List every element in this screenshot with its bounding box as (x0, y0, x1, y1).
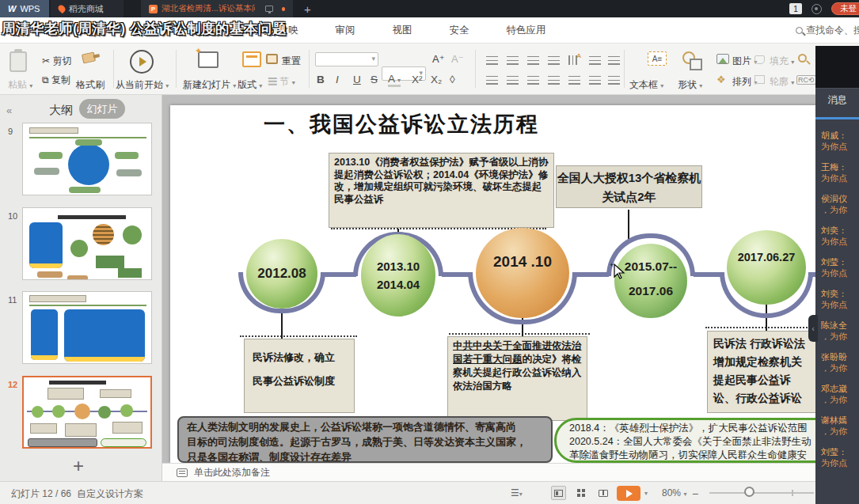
gray-note-box[interactable]: 在人类法制文明的发展史上，公益诉讼堪称一项饱含道德情怀、寄寓高尚 目标的司法制度… (177, 416, 553, 463)
find-command-search[interactable]: 查找命令、搜 (796, 17, 859, 44)
slide-10-thumbnail[interactable] (22, 207, 152, 280)
toolbar-divider (309, 50, 310, 88)
align-left-icon[interactable] (486, 76, 498, 85)
chat-header[interactable]: 消息 (815, 93, 859, 107)
slide-12-thumbnail-current[interactable] (22, 376, 152, 449)
fill-button[interactable]: 填充 ▾ (770, 55, 794, 68)
italic-button[interactable]: I (336, 74, 339, 85)
tab-outline[interactable]: 大纲 (49, 103, 73, 118)
clear-format-button[interactable]: ◊ (450, 74, 455, 85)
video-window[interactable] (815, 46, 859, 89)
view-sorter-button[interactable] (573, 486, 588, 500)
align-center-icon[interactable] (507, 76, 519, 85)
paragraph-icon[interactable] (608, 76, 620, 85)
numbering-icon[interactable] (507, 56, 519, 65)
justify-icon[interactable] (548, 76, 560, 85)
tab-slides[interactable]: 幻灯片 (79, 99, 125, 119)
slide-canvas[interactable]: 一、我国公益诉讼立法历程 2013.10《消费者权益保护法》赋予省级以上消协提起… (170, 105, 823, 463)
find-icon[interactable] (798, 54, 807, 63)
decrease-indent-icon[interactable] (527, 56, 539, 65)
picture-button[interactable]: 图片 ▾ (732, 55, 757, 68)
align-text-icon[interactable] (589, 56, 601, 65)
callout-litigation-laws[interactable]: 民诉法 行政诉讼法增加规定检察机关提起民事公益诉讼、行政公益诉讼 (707, 331, 818, 413)
font-color-button[interactable]: A ▾ (388, 74, 401, 87)
picture-icon (716, 54, 729, 64)
arrange-button[interactable]: 排列 ▾ (732, 75, 757, 89)
increase-indent-icon[interactable] (548, 56, 560, 65)
bold-button[interactable]: B (317, 74, 325, 85)
slide-title[interactable]: 一、我国公益诉讼立法历程 (264, 110, 539, 138)
collapse-panel-button[interactable]: « (6, 104, 12, 116)
callout-civil-procedure[interactable]: 民诉法修改，确立 民事公益诉讼制度 (244, 339, 355, 413)
cut-button[interactable]: ✂ 剪切 (42, 55, 71, 68)
zoom-slider-thumb[interactable] (744, 487, 754, 497)
callout-ccp-decision[interactable]: 中共中央关于全面推进依法治国若干重大问题的决定》将检察机关提起行政公益诉讼纳入依… (447, 336, 587, 421)
shapes-button[interactable]: 形状 ▾ (678, 78, 702, 92)
paste-button[interactable]: 粘贴 ▾ (8, 78, 32, 92)
outline-button[interactable]: 轮廓 ▾ (770, 75, 794, 89)
section-button[interactable]: ☰ 节 ▾ (268, 75, 295, 89)
play-from-current-icon[interactable] (130, 50, 154, 74)
text-direction-icon[interactable] (568, 55, 580, 65)
tab-docer-store[interactable]: 稻壳商城 (51, 0, 124, 17)
strikethrough-button[interactable]: S (371, 74, 378, 85)
callout-2013-2014[interactable]: 2013.10《消费者权益保护法》赋予省级以上消协提起消费公益诉讼权；2014.… (329, 153, 554, 228)
notes-toggle[interactable]: ☰▾ (511, 487, 523, 498)
zoom-out-button[interactable]: − (692, 487, 698, 500)
chat-collapse-handle[interactable]: ‹ (808, 315, 818, 342)
translate-icon[interactable]: RC⟲ (796, 75, 816, 85)
menu-security[interactable]: 安全 (450, 24, 469, 37)
play-options-caret[interactable]: ▾ (644, 490, 648, 497)
subscript-button[interactable]: X₂ (431, 74, 442, 85)
timeline-node-2015-2017[interactable]: 2015.07-- 2017.06 (614, 244, 687, 318)
new-tab-button[interactable]: + (304, 0, 311, 17)
play-from-current-button[interactable]: 从当前开始 ▾ (116, 78, 169, 92)
bullets-icon[interactable] (486, 56, 498, 65)
superscript-button[interactable]: X² (412, 74, 423, 85)
align-right-icon[interactable] (527, 76, 539, 85)
font-name-select[interactable] (315, 52, 378, 66)
dotted-connector (705, 327, 823, 328)
line-spacing-icon[interactable] (589, 76, 601, 85)
thumb-gray-bar (28, 438, 97, 447)
chat-message-list[interactable]: 胡威：为你点 王梅：为你点 侯润仪，为你 刘奕：为你点 刘莹：为你点 刘奕：为你… (821, 130, 859, 478)
window-count-badge[interactable]: 1 (789, 3, 802, 14)
callout-npc-authorization[interactable]: 全国人大授权13个省检察机关试点2年 (556, 165, 702, 208)
view-reading-button[interactable] (595, 486, 610, 500)
theme-name[interactable]: 自定义设计方案 (77, 487, 143, 501)
tab-document[interactable]: P 湖北省检周清...诉讼基本问题 (141, 0, 293, 17)
shrink-font-button[interactable]: A⁻ (451, 53, 464, 65)
menu-review[interactable]: 审阅 (336, 24, 355, 37)
menu-view[interactable]: 视图 (393, 24, 412, 37)
new-slide-button[interactable]: 新建幻灯片 ▾ (183, 78, 236, 92)
timeline-node-2012[interactable]: 2012.08 (246, 239, 317, 309)
format-painter-button[interactable]: 格式刷 (76, 78, 105, 92)
columns-icon[interactable] (608, 56, 620, 65)
menu-special-features[interactable]: 特色应用 (507, 24, 546, 37)
paste-icon[interactable] (10, 51, 27, 72)
copy-button[interactable]: ⧉ 复制 (42, 74, 70, 87)
zoom-level[interactable]: 80% ▾ (662, 487, 686, 498)
node-date: 2015.07-- (625, 260, 677, 274)
slide-9-thumbnail[interactable] (22, 123, 152, 195)
tab-wps-home[interactable]: W WPS (0, 0, 49, 17)
reset-button[interactable]: 重置 (282, 55, 301, 68)
timeline-node-2014[interactable]: 2014 .10 (476, 228, 569, 318)
zoom-slider[interactable] (709, 492, 814, 494)
text-box-button[interactable]: 文本框 ▾ (629, 78, 663, 92)
timeline-node-2017[interactable]: 2017.06.27 (727, 230, 806, 305)
notes-bar[interactable]: 单击此处添加备注 (162, 463, 859, 481)
distribute-icon[interactable] (568, 76, 580, 85)
timeline-segment (321, 272, 356, 277)
layout-button[interactable]: 版式 ▾ (238, 78, 262, 92)
grow-font-button[interactable]: A⁺ (432, 53, 445, 65)
add-slide-button[interactable]: + (73, 455, 84, 477)
slideshow-play-button[interactable] (617, 486, 640, 501)
green-note-box[interactable]: 2018.4：《英雄烈士保护法》，扩大民事公益诉讼范围 2020.5.24：全国… (554, 418, 823, 463)
view-normal-button[interactable] (551, 486, 566, 500)
login-button[interactable]: 未登 (831, 2, 859, 15)
underline-button[interactable]: U (353, 74, 361, 85)
member-icon[interactable] (811, 4, 822, 14)
timeline-node-2013-2014[interactable]: 2013.10 2014.04 (361, 234, 435, 316)
slide-11-thumbnail[interactable] (22, 291, 152, 364)
